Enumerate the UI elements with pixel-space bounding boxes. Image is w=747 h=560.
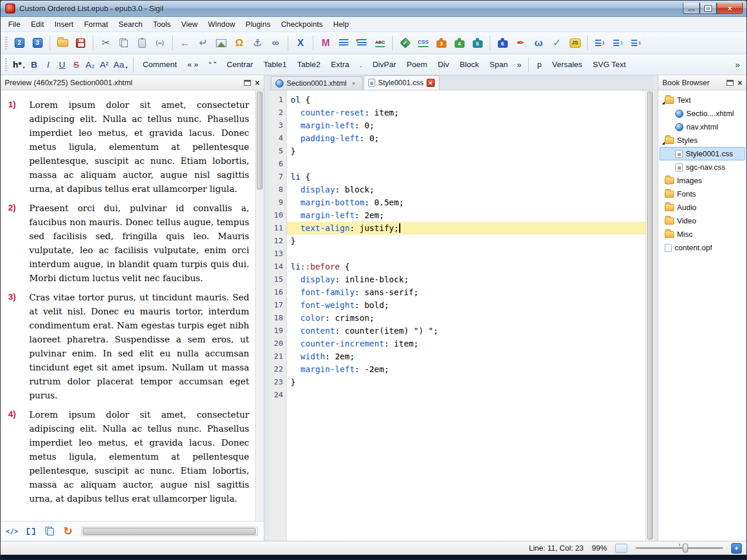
copy-button[interactable]: [115, 34, 132, 52]
plugin-5-button[interactable]: 5: [469, 34, 486, 52]
tree-item-style0001-css[interactable]: Style0001.css: [659, 147, 745, 160]
refresh-preview-button[interactable]: ↻: [61, 524, 75, 538]
zoom-out-button[interactable]: [615, 544, 627, 553]
code-line-18[interactable]: color: crimson;: [287, 312, 645, 324]
preview-hscrollbar[interactable]: [81, 527, 258, 536]
subscript-button[interactable]: A₂: [83, 57, 97, 72]
javascript-plugin-button[interactable]: JS: [566, 34, 584, 52]
inspect-button[interactable]: [23, 524, 38, 538]
open-file-button[interactable]: [54, 34, 71, 52]
clip-table2[interactable]: Table2: [292, 57, 326, 72]
close-button[interactable]: ×: [717, 3, 743, 14]
wellformed-check-button[interactable]: ✔: [396, 34, 414, 52]
menu-format[interactable]: Format: [79, 18, 113, 31]
clip-table1[interactable]: Table1: [258, 57, 292, 72]
code-line-3[interactable]: margin-left: 0;: [287, 119, 645, 132]
close-panel-icon[interactable]: ×: [255, 79, 260, 87]
strikethrough-button[interactable]: S: [69, 57, 83, 72]
code-line-11[interactable]: text-align: justify;: [287, 222, 645, 235]
clip-block[interactable]: Block: [455, 57, 484, 72]
menu-checkpoints[interactable]: Checkpoints: [275, 18, 328, 31]
paste-button[interactable]: [133, 34, 151, 52]
menu-help[interactable]: Help: [328, 18, 354, 31]
tree-item-sgc-nav-css[interactable]: sgc-nav.css: [659, 160, 745, 174]
menu-tools[interactable]: Tools: [148, 18, 176, 31]
menu-view[interactable]: View: [176, 18, 203, 31]
split-marker-button[interactable]: ↵: [194, 34, 212, 52]
code-line-14[interactable]: li::before {: [287, 260, 645, 273]
find-replace-button[interactable]: X: [292, 34, 309, 52]
tree-item-images[interactable]: Images: [659, 174, 745, 187]
spellcheck-button[interactable]: ABC: [371, 34, 389, 52]
toolbar-overflow-2-icon[interactable]: »: [732, 60, 743, 69]
insert-image-button[interactable]: [212, 34, 230, 52]
scrollbar-thumb[interactable]: [257, 92, 263, 190]
tab-close-icon[interactable]: ×: [427, 79, 435, 87]
clip-p[interactable]: p: [532, 57, 547, 72]
new-epub2-button[interactable]: 2: [11, 34, 28, 52]
insert-link-button[interactable]: ∞: [267, 34, 284, 52]
cut-button[interactable]: ✂: [97, 34, 114, 52]
menu-search[interactable]: Search: [113, 18, 148, 31]
clip-centrar[interactable]: Centrar: [221, 57, 258, 72]
close-panel-icon[interactable]: ×: [738, 79, 742, 87]
new-epub3-button[interactable]: 3: [29, 34, 46, 52]
clip-poem[interactable]: Poem: [402, 57, 432, 72]
heading-button[interactable]: h*▾: [11, 57, 27, 72]
code-line-13[interactable]: [287, 247, 645, 260]
metadata-editor-button[interactable]: M: [317, 34, 334, 52]
code-line-15[interactable]: display: inline-block;: [287, 273, 645, 286]
minimize-button[interactable]: [683, 3, 700, 14]
zoom-slider[interactable]: [636, 547, 723, 549]
menu-edit[interactable]: Edit: [26, 18, 49, 31]
wave-plugin-button[interactable]: ω: [530, 34, 547, 52]
code-line-24[interactable]: [287, 388, 645, 401]
plugin-3-button[interactable]: 3: [432, 34, 450, 52]
save-button[interactable]: [72, 34, 89, 52]
code-line-22[interactable]: margin-left: -2em;: [287, 363, 645, 376]
clip-divpar[interactable]: DivPar: [367, 57, 402, 72]
tree-item-sectio-xhtml[interactable]: Sectio....xhtml: [659, 107, 745, 120]
clip-versales[interactable]: Versales: [547, 57, 588, 72]
float-panel-icon[interactable]: [727, 80, 734, 86]
tree-item-text[interactable]: Text: [659, 93, 745, 107]
plugin-6-button[interactable]: 6: [494, 34, 511, 52]
code-line-12[interactable]: }: [287, 235, 645, 247]
code-line-5[interactable]: }: [287, 145, 645, 158]
special-character-button[interactable]: Ω: [231, 34, 248, 52]
tree-item-fonts[interactable]: Fonts: [659, 187, 745, 201]
code-line-21[interactable]: width: 2em;: [287, 350, 645, 363]
bold-button[interactable]: B: [27, 57, 41, 72]
code-line-8[interactable]: display: block;: [287, 183, 645, 196]
validate-css-button[interactable]: CSS: [414, 34, 432, 52]
toolbar-overflow-icon[interactable]: »: [514, 60, 524, 69]
anchor-button[interactable]: ⚓: [249, 34, 266, 52]
menu-plugins[interactable]: Plugins: [240, 18, 276, 31]
code-line-16[interactable]: font-family: sans-serif;: [287, 286, 645, 299]
zoom-in-button[interactable]: +: [731, 543, 742, 554]
renumber-list-3-button[interactable]: 1: [627, 34, 645, 52]
tree-item-audio[interactable]: Audio: [659, 201, 745, 214]
code-line-4[interactable]: padding-left: 0;: [287, 132, 645, 145]
insert-closing-tag-button[interactable]: (∞): [151, 34, 169, 52]
editor-scrollbar[interactable]: [645, 90, 654, 541]
toolbar-handle[interactable]: [5, 37, 7, 50]
tree-item-video[interactable]: Video: [659, 214, 745, 228]
tab-section0001-xhtml[interactable]: Section0001.xhtml×: [271, 76, 362, 90]
menu-insert[interactable]: Insert: [49, 18, 79, 31]
clip-extra[interactable]: Extra: [326, 57, 355, 72]
code-view-button[interactable]: </>: [5, 524, 19, 538]
maximize-button[interactable]: [700, 3, 717, 14]
clip-sym[interactable]: « »: [182, 57, 204, 72]
check-plugin-button[interactable]: ✓: [548, 34, 566, 52]
code-editor[interactable]: ol { counter-reset: item; margin-left: 0…: [287, 90, 645, 541]
code-line-1[interactable]: ol {: [287, 93, 645, 106]
clip-sym[interactable]: “ ”: [204, 57, 222, 72]
tab-style0001-css[interactable]: Style0001.css×: [364, 75, 439, 90]
code-line-7[interactable]: li {: [287, 170, 645, 183]
index-editor-button[interactable]: [353, 34, 371, 52]
clip-div[interactable]: Div: [432, 57, 455, 72]
code-line-17[interactable]: font-weight: bold;: [287, 299, 645, 312]
preview-content[interactable]: 1)Lorem ipsum dolor sit amet, consectetu…: [1, 90, 255, 521]
menu-window[interactable]: Window: [203, 18, 240, 31]
